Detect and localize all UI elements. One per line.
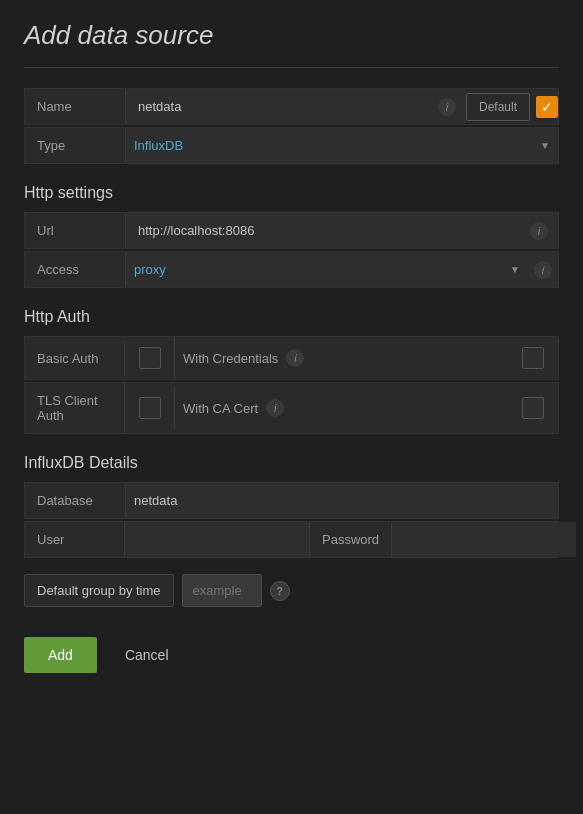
tls-auth-label: TLS Client Auth <box>25 383 125 433</box>
tls-auth-checkbox-cell <box>125 387 175 429</box>
basic-auth-checkbox-cell <box>125 337 175 379</box>
url-row: Url i <box>24 212 559 249</box>
name-info-icon[interactable]: i <box>438 98 456 116</box>
name-label: Name <box>25 89 125 124</box>
type-select[interactable]: InfluxDB Graphite OpenTSDB Prometheus El… <box>126 128 540 163</box>
name-input[interactable] <box>130 89 432 124</box>
basic-auth-row: Basic Auth With Credentials i <box>24 336 559 380</box>
type-label: Type <box>25 128 125 163</box>
group-by-row: Default group by time ? <box>24 574 559 607</box>
group-by-help-icon[interactable]: ? <box>270 581 290 601</box>
database-label: Database <box>25 483 125 518</box>
http-settings-title: Http settings <box>24 184 559 202</box>
user-label: User <box>25 522 125 557</box>
database-row: Database <box>24 482 559 519</box>
basic-auth-checkbox[interactable] <box>139 347 161 369</box>
type-select-wrapper: InfluxDB Graphite OpenTSDB Prometheus El… <box>125 128 558 163</box>
access-select-wrapper: proxy direct ▼ i <box>125 252 558 287</box>
with-credentials-info-icon[interactable]: i <box>286 349 304 367</box>
with-ca-cert-info-icon[interactable]: i <box>266 399 284 417</box>
user-input[interactable] <box>125 522 309 557</box>
url-info-icon[interactable]: i <box>530 222 548 240</box>
access-row: Access proxy direct ▼ i <box>24 251 559 288</box>
access-label: Access <box>25 252 125 287</box>
url-label: Url <box>25 213 125 248</box>
basic-auth-label: Basic Auth <box>25 341 125 376</box>
name-input-wrapper: i <box>125 89 466 124</box>
auth-section: Basic Auth With Credentials i TLS Client… <box>24 336 559 434</box>
database-input[interactable] <box>125 483 558 518</box>
default-button[interactable]: Default <box>466 93 530 121</box>
with-ca-cert-label: With CA Cert i <box>175 389 508 427</box>
access-info-icon[interactable]: i <box>534 261 552 279</box>
with-credentials-label: With Credentials i <box>175 339 508 377</box>
tls-auth-row: TLS Client Auth With CA Cert i <box>24 382 559 434</box>
page-title: Add data source <box>24 20 559 51</box>
name-row: Name i Default ✓ <box>24 88 559 125</box>
type-select-arrow: ▼ <box>540 140 558 151</box>
http-auth-title: Http Auth <box>24 308 559 326</box>
with-credentials-checkbox[interactable] <box>522 347 544 369</box>
influxdb-details-title: InfluxDB Details <box>24 454 559 472</box>
password-input[interactable] <box>392 522 576 557</box>
with-ca-cert-checkbox-cell <box>508 387 558 429</box>
with-ca-cert-checkbox[interactable] <box>522 397 544 419</box>
password-label: Password <box>309 522 392 557</box>
user-password-row: User Password <box>24 521 559 558</box>
url-input-wrapper: i <box>125 213 558 248</box>
group-by-time-button[interactable]: Default group by time <box>24 574 174 607</box>
cancel-button[interactable]: Cancel <box>109 637 185 673</box>
access-select[interactable]: proxy direct <box>126 252 510 287</box>
action-row: Add Cancel <box>24 637 559 673</box>
tls-auth-checkbox[interactable] <box>139 397 161 419</box>
title-divider <box>24 67 559 68</box>
type-row: Type InfluxDB Graphite OpenTSDB Promethe… <box>24 127 559 164</box>
default-checkbox[interactable]: ✓ <box>536 96 558 118</box>
url-input[interactable] <box>130 213 524 248</box>
group-by-input[interactable] <box>182 574 262 607</box>
with-credentials-checkbox-cell <box>508 337 558 379</box>
access-select-arrow: ▼ <box>510 264 528 275</box>
add-button[interactable]: Add <box>24 637 97 673</box>
